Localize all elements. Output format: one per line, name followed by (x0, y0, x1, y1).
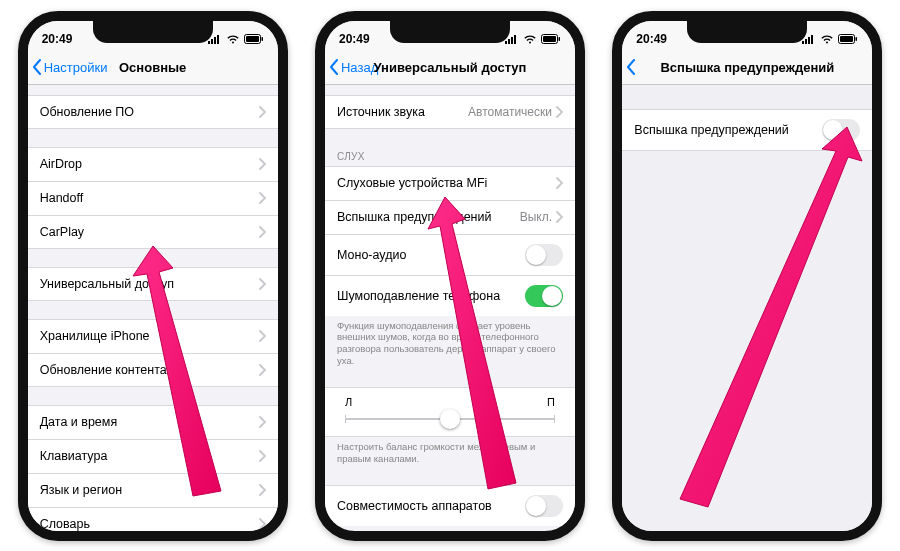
svg-rect-19 (856, 37, 858, 41)
wifi-icon (820, 34, 834, 44)
chevron-right-icon (259, 484, 266, 496)
status-icons (505, 34, 561, 44)
phone-accessibility: 20:49 Назад Универсальный доступ Источни… (315, 11, 585, 541)
svg-rect-7 (505, 41, 507, 44)
svg-rect-1 (211, 39, 213, 44)
chevron-right-icon (259, 364, 266, 376)
row-dictionary[interactable]: Словарь (28, 507, 278, 531)
cell-label: Handoff (40, 191, 84, 205)
cell-label: Вспышка предупреждений (337, 210, 492, 224)
svg-rect-20 (840, 36, 853, 42)
notch (390, 21, 510, 43)
nav-bar: Вспышка предупреждений (622, 51, 872, 85)
group-footer: Режим «Совместимость аппаратов» улучшает… (325, 526, 575, 531)
cell-label: CarPlay (40, 225, 84, 239)
chevron-right-icon (259, 192, 266, 204)
row-led-flash[interactable]: Вспышка предупрежденийВыкл. (325, 200, 575, 234)
row-handoff[interactable]: Handoff (28, 181, 278, 215)
svg-rect-15 (805, 39, 807, 44)
chevron-right-icon (259, 226, 266, 238)
toggle-mono-audio[interactable] (525, 244, 563, 266)
cell-label: Слуховые устройства MFi (337, 176, 487, 190)
cell-label: Обновление ПО (40, 105, 134, 119)
nav-title: Вспышка предупреждений (622, 60, 872, 75)
wifi-icon (226, 34, 240, 44)
chevron-right-icon (259, 330, 266, 342)
back-label: Настройки (44, 60, 108, 75)
row-hearing-aid-compat[interactable]: Совместимость аппаратов (325, 485, 575, 526)
chevron-right-icon (259, 158, 266, 170)
svg-rect-9 (511, 37, 513, 44)
group-footer: Настроить баланс громкости между левым и… (325, 437, 575, 467)
toggle-hearing-aid[interactable] (525, 495, 563, 517)
row-bg-refresh[interactable]: Обновление контента (28, 353, 278, 387)
svg-rect-16 (808, 37, 810, 44)
cell-label: Моно-аудио (337, 248, 406, 262)
cell-detail: Автоматически (468, 105, 563, 119)
balance-slider-cell: ЛП (325, 387, 575, 437)
status-time: 20:49 (42, 32, 73, 46)
row-mono-audio[interactable]: Моно-аудио (325, 234, 575, 275)
notch (687, 21, 807, 43)
content[interactable]: Источник звукаАвтоматически СЛУХ Слуховы… (325, 85, 575, 531)
cell-label: Вспышка предупреждений (634, 123, 789, 137)
notch (93, 21, 213, 43)
status-time: 20:49 (339, 32, 370, 46)
svg-rect-12 (558, 37, 560, 41)
battery-icon (838, 34, 858, 44)
row-mfi-devices[interactable]: Слуховые устройства MFi (325, 166, 575, 200)
cell-label: Клавиатура (40, 449, 108, 463)
back-button[interactable]: Настройки (28, 59, 108, 75)
status-icons (802, 34, 858, 44)
cell-detail: Выкл. (520, 210, 563, 224)
cell-label: Совместимость аппаратов (337, 499, 492, 513)
chevron-left-icon (32, 59, 42, 75)
toggle-led-flash[interactable] (822, 119, 860, 141)
chevron-right-icon (259, 450, 266, 462)
row-audio-source[interactable]: Источник звукаАвтоматически (325, 95, 575, 129)
row-noise-cancel[interactable]: Шумоподавление телефона (325, 275, 575, 316)
status-icons (208, 34, 264, 44)
chevron-right-icon (259, 416, 266, 428)
back-label: Назад (341, 60, 378, 75)
svg-rect-10 (514, 35, 516, 44)
wifi-icon (523, 34, 537, 44)
chevron-right-icon (259, 278, 266, 290)
balance-slider[interactable] (345, 418, 555, 420)
back-button[interactable]: Назад (325, 59, 378, 75)
row-led-flash-toggle[interactable]: Вспышка предупреждений (622, 109, 872, 151)
battery-icon (541, 34, 561, 44)
svg-rect-17 (811, 35, 813, 44)
group-footer: Функция шумоподавления снижает уровень в… (325, 316, 575, 370)
cell-label: Словарь (40, 517, 90, 531)
row-software-update[interactable]: Обновление ПО (28, 95, 278, 129)
svg-rect-6 (246, 36, 259, 42)
chevron-right-icon (556, 106, 563, 118)
back-button[interactable] (622, 59, 636, 75)
svg-rect-13 (543, 36, 556, 42)
slider-right-label: П (547, 396, 555, 408)
svg-rect-2 (214, 37, 216, 44)
cell-label: AirDrop (40, 157, 82, 171)
chevron-right-icon (259, 106, 266, 118)
slider-thumb[interactable] (440, 409, 460, 429)
battery-icon (244, 34, 264, 44)
row-carplay[interactable]: CarPlay (28, 215, 278, 249)
svg-rect-14 (802, 41, 804, 44)
row-airdrop[interactable]: AirDrop (28, 147, 278, 181)
row-date-time[interactable]: Дата и время (28, 405, 278, 439)
row-language[interactable]: Язык и регион (28, 473, 278, 507)
row-accessibility[interactable]: Универсальный доступ (28, 267, 278, 301)
svg-rect-5 (261, 37, 263, 41)
row-storage[interactable]: Хранилище iPhone (28, 319, 278, 353)
toggle-noise-cancel[interactable] (525, 285, 563, 307)
cell-label: Хранилище iPhone (40, 329, 150, 343)
content[interactable]: Вспышка предупреждений (622, 85, 872, 531)
chevron-left-icon (329, 59, 339, 75)
slider-left-label: Л (345, 396, 352, 408)
content[interactable]: Обновление ПО AirDrop Handoff CarPlay Ун… (28, 85, 278, 531)
cell-label: Язык и регион (40, 483, 122, 497)
phone-led-flash: 20:49 Вспышка предупреждений Вспышка пре… (612, 11, 882, 541)
nav-bar: Назад Универсальный доступ (325, 51, 575, 85)
row-keyboard[interactable]: Клавиатура (28, 439, 278, 473)
